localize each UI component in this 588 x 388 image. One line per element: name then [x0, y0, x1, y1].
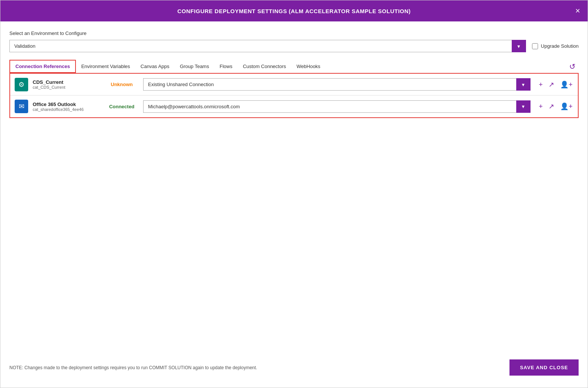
cds-current-add-button[interactable]: + [538, 80, 544, 89]
env-select[interactable]: Validation [9, 40, 526, 52]
cds-current-select[interactable]: Existing Unshared Connection [143, 78, 531, 91]
cds-current-sub: cat_CDS_Current [33, 85, 100, 89]
tab-environment-variables[interactable]: Environment Variables [76, 61, 135, 72]
modal-header: CONFIGURE DEPLOYMENT SETTINGS (ALM Accel… [0, 0, 588, 21]
tab-canvas-apps[interactable]: Canvas Apps [135, 61, 175, 72]
table-row: ✉ Office 365 Outlook cat_sharedoffice365… [10, 95, 578, 117]
connection-references-table: ⚙ CDS_Current cat_CDS_Current Unknown Ex… [9, 73, 579, 118]
tab-flows[interactable]: Flows [214, 61, 237, 72]
modal-title: CONFIGURE DEPLOYMENT SETTINGS (ALM Accel… [177, 8, 411, 14]
table-row: ⚙ CDS_Current cat_CDS_Current Unknown Ex… [10, 74, 578, 95]
env-select-label: Select an Environment to Configure [9, 30, 579, 36]
outlook-sub: cat_sharedoffice365_4ee46 [33, 107, 100, 112]
modal-footer: NOTE: Changes made to the deployment set… [0, 350, 588, 388]
modal-body: Select an Environment to Configure Valid… [0, 21, 588, 350]
configure-deployment-modal: CONFIGURE DEPLOYMENT SETTINGS (ALM Accel… [0, 0, 588, 388]
upgrade-solution-row: Upgrade Solution [532, 43, 579, 49]
cds-current-icon: ⚙ [15, 78, 28, 91]
env-select-row: Validation ▾ Upgrade Solution [9, 40, 579, 52]
outlook-actions: + ↗ 👤+ [538, 102, 573, 111]
outlook-status: Connected [105, 104, 139, 109]
outlook-select[interactable]: Michaelp@powercattools.onmicrosoft.com [143, 100, 531, 113]
upgrade-solution-label: Upgrade Solution [541, 43, 579, 49]
modal-close-button[interactable]: × [575, 7, 580, 15]
outlook-info: Office 365 Outlook cat_sharedoffice365_4… [33, 102, 100, 112]
tab-webhooks[interactable]: WebHooks [291, 61, 325, 72]
env-select-wrapper: Validation ▾ [9, 40, 526, 52]
footer-note: NOTE: Changes made to the deployment set… [9, 365, 257, 370]
outlook-icon: ✉ [15, 100, 28, 113]
outlook-dropdown-wrapper: Michaelp@powercattools.onmicrosoft.com ▾ [143, 100, 531, 113]
outlook-open-button[interactable]: ↗ [548, 102, 555, 111]
tab-custom-connectors[interactable]: Custom Connectors [237, 61, 291, 72]
save-and-close-button[interactable]: SAVE AND CLOSE [509, 359, 579, 376]
outlook-add-button[interactable]: + [538, 102, 544, 111]
tabs-row: Connection References Environment Variab… [9, 60, 579, 73]
cds-current-info: CDS_Current cat_CDS_Current [33, 79, 100, 89]
tab-group-teams[interactable]: Group Teams [175, 61, 215, 72]
tab-connection-references[interactable]: Connection References [9, 60, 76, 73]
cds-current-status: Unknown [105, 82, 139, 87]
refresh-icon[interactable]: ↺ [566, 61, 579, 73]
cds-current-share-button[interactable]: 👤+ [559, 80, 573, 89]
cds-current-name: CDS_Current [33, 79, 100, 85]
upgrade-solution-checkbox[interactable] [532, 43, 538, 49]
outlook-name: Office 365 Outlook [33, 102, 100, 107]
cds-current-open-button[interactable]: ↗ [548, 80, 555, 89]
cds-current-dropdown-wrapper: Existing Unshared Connection ▾ [143, 78, 531, 91]
cds-current-actions: + ↗ 👤+ [538, 80, 573, 89]
outlook-share-button[interactable]: 👤+ [559, 102, 573, 111]
